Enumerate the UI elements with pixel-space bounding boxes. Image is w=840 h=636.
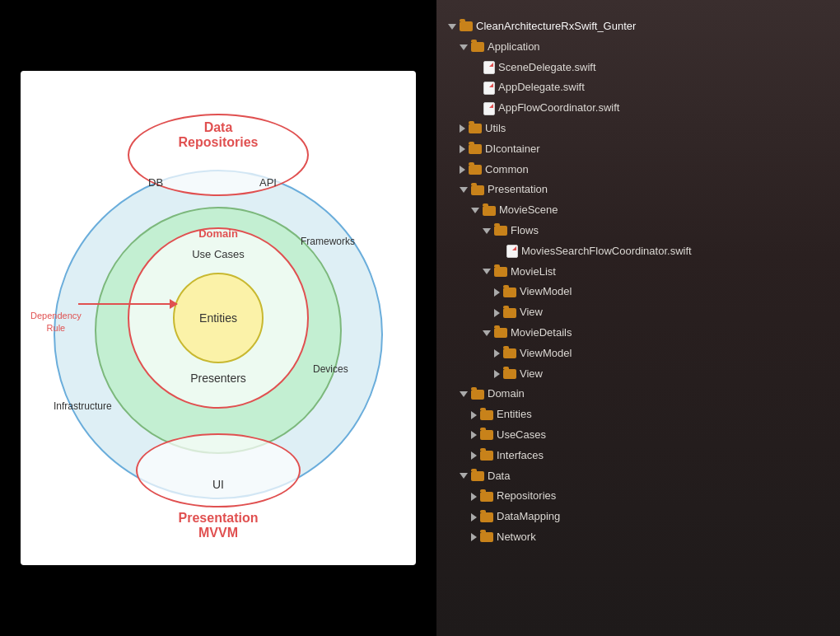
moviessearch-file-icon [506,245,518,258]
data-folder[interactable]: Data [445,466,832,487]
movielist-view-folder[interactable]: View [445,302,832,323]
use-cases-label: Use Cases [192,248,245,260]
moviescene-label: MovieScene [499,202,558,219]
movielist-label: MovieList [511,264,556,281]
interfaces-folder-icon [480,451,493,461]
root-folder-icon [460,21,473,31]
moviessearch-file[interactable]: MoviesSearchFlowCoordinator.swift [445,241,832,262]
common-label: Common [485,161,529,179]
data-expand-icon[interactable] [460,473,468,479]
repositories-expand-icon[interactable] [471,493,477,501]
movielist-expand-icon[interactable] [483,269,491,274]
repositories-label: Repositories [497,488,556,505]
presenters-label: Presenters [190,372,246,385]
moviedetails-view-folder[interactable]: View [445,364,832,385]
moviedetails-viewmodel-label: ViewModel [520,345,572,362]
presentation-expand-icon[interactable] [460,187,468,193]
dicontainer-folder[interactable]: DIcontainer [445,139,832,160]
datamapping-expand-icon[interactable] [471,513,477,521]
appflow-file-icon [483,102,495,115]
network-folder[interactable]: Network [445,527,832,548]
tree-root[interactable]: CleanArchitectureRxSwift_Gunter [445,16,832,37]
repositories-folder[interactable]: Repositories [445,486,832,507]
dicontainer-folder-icon [469,144,482,154]
entities-folder[interactable]: Entities [445,405,832,425]
movielist-viewmodel-folder[interactable]: ViewModel [445,282,832,302]
movielist-view-expand-icon[interactable] [494,309,500,317]
file-tree-panel[interactable]: CleanArchitectureRxSwift_Gunter Applicat… [436,0,840,636]
domain-label: Domain [488,386,525,403]
flows-folder[interactable]: Flows [445,221,832,241]
diagram-panel: DataRepositories DB API Frameworks Domai… [0,0,436,636]
presentation-folder-icon [471,185,484,195]
entities-expand-icon[interactable] [471,411,477,419]
utils-folder-icon [469,124,482,133]
appdelegate-file[interactable]: AppDelegate.swift [445,77,832,98]
red-presentation-ellipse [136,433,301,507]
dependency-arrow [78,303,177,305]
interfaces-expand-icon[interactable] [471,451,477,460]
db-label: DB [148,176,163,189]
moviedetails-viewmodel-expand-icon[interactable] [494,349,500,358]
common-expand-icon[interactable] [460,166,465,174]
flows-expand-icon[interactable] [483,228,491,234]
datamapping-folder-icon [480,512,493,522]
usecases-expand-icon[interactable] [471,431,477,439]
domain-folder[interactable]: Domain [445,384,832,405]
moviescene-expand-icon[interactable] [471,208,479,213]
root-expand-icon[interactable] [448,24,456,30]
infrastructure-label: Infrastructure [54,400,112,412]
movielist-view-label: View [520,304,543,321]
network-expand-icon[interactable] [471,533,477,541]
network-folder-icon [480,532,493,542]
api-label: API [259,176,277,189]
movielist-viewmodel-expand-icon[interactable] [494,288,500,297]
domain-folder-icon [471,390,484,400]
movielist-folder[interactable]: MovieList [445,262,832,283]
entities-label: Entities [199,311,237,325]
appflow-file[interactable]: AppFlowCoordinator.swift [445,98,832,119]
moviedetails-folder-icon [494,328,507,338]
domain-expand-icon[interactable] [460,391,468,397]
presentation-label: Presentation [488,181,548,199]
utils-expand-icon[interactable] [460,124,465,133]
moviedetails-viewmodel-folder[interactable]: ViewModel [445,344,832,364]
utils-folder[interactable]: Utils [445,119,832,139]
datamapping-folder[interactable]: DataMapping [445,507,832,527]
interfaces-folder[interactable]: Interfaces [445,446,832,466]
repositories-folder-icon [480,492,493,502]
moviedetails-view-expand-icon[interactable] [494,370,500,378]
moviedetails-viewmodel-folder-icon [503,348,516,358]
movielist-folder-icon [494,267,507,277]
usecases-folder-icon [480,430,493,440]
data-folder-icon [471,471,484,481]
moviescene-folder-icon [483,206,496,216]
dicontainer-label: DIcontainer [485,141,539,158]
application-folder-icon [471,42,484,52]
movielist-viewmodel-label: ViewModel [520,283,572,301]
presentation-folder[interactable]: Presentation [445,180,832,200]
root-label: CleanArchitectureRxSwift_Gunter [476,18,636,35]
appdelegate-label: AppDelegate.swift [498,79,585,96]
utils-label: Utils [485,120,506,138]
entities-label: Entities [497,406,532,423]
application-folder[interactable]: Application [445,37,832,58]
scenedelegate-file[interactable]: SceneDelegate.swift [445,58,832,78]
application-label: Application [488,39,540,56]
data-repos-label: DataRepositories [179,120,259,150]
data-label: Data [488,468,510,485]
usecases-folder[interactable]: UseCases [445,425,832,446]
moviedetails-view-label: View [520,366,543,383]
moviescene-folder[interactable]: MovieScene [445,200,832,221]
presentation-mvvm-label: PresentationMVVM [179,511,259,540]
movielist-view-folder-icon [503,308,516,318]
common-folder-icon [469,165,482,175]
application-expand-icon[interactable] [460,44,468,50]
moviedetails-expand-icon[interactable] [483,330,491,336]
common-folder[interactable]: Common [445,160,832,180]
domain-label: Domain [198,227,238,240]
entities-folder-icon [480,410,493,420]
moviedetails-folder[interactable]: MovieDetails [445,323,832,344]
scenedelegate-file-icon [483,61,495,74]
dicontainer-expand-icon[interactable] [460,145,465,153]
